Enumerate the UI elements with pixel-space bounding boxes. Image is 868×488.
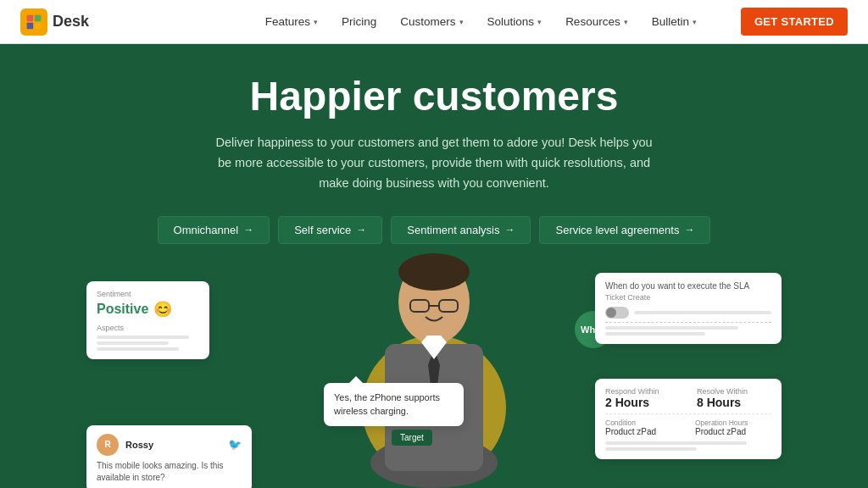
nav-pricing[interactable]: Pricing	[342, 15, 376, 28]
chevron-down-icon: ▾	[314, 18, 318, 26]
aspects-lines	[97, 336, 199, 351]
sla2-lines	[605, 441, 771, 451]
nav-bulletin[interactable]: Bulletin ▾	[652, 15, 697, 28]
line	[605, 326, 738, 330]
navbar: Desk Features ▾ Pricing Customers ▾ Solu…	[0, 0, 868, 44]
nav-links: Features ▾ Pricing Customers ▾ Solutions…	[265, 8, 848, 36]
sentiment-label: Sentiment	[97, 290, 199, 298]
sla-title: When do you want to execute the SLA	[605, 281, 771, 291]
line-3	[97, 347, 179, 351]
sla2-detail-row: Condition Product zPad Operation Hours P…	[605, 419, 771, 436]
rossy-chat-card: R Rossy 🐦 This mobile looks amazing. Is …	[86, 425, 252, 488]
get-started-button[interactable]: GET STARTED	[741, 8, 848, 36]
target-badge: Target	[392, 430, 432, 446]
sla-lines	[605, 326, 771, 336]
content-area: Sentiment Positive 😊 Aspects R Rossy 🐦 T…	[61, 264, 807, 488]
divider	[605, 413, 771, 414]
logo-icon	[20, 8, 47, 36]
sla-toggle-row	[605, 307, 771, 319]
hero-subtitle: Deliver happiness to your customers and …	[214, 133, 654, 194]
chat-text: This mobile looks amazing. Is this avail…	[97, 460, 242, 484]
operation-label: Operation Hours	[695, 419, 771, 427]
speech-bubble-card: Yes, the zPhone supports wireless chargi…	[324, 383, 464, 427]
sla-detail-card: Respond Within 2 Hours Resolve Within 8 …	[595, 379, 782, 459]
toggle-line	[634, 311, 771, 314]
arrow-icon: →	[243, 224, 253, 236]
person-illustration	[341, 217, 527, 488]
resolve-label: Resolve Within	[697, 387, 771, 396]
logo[interactable]: Desk	[20, 8, 89, 36]
line	[605, 447, 697, 451]
respond-value: 2 Hours	[605, 396, 680, 409]
divider	[605, 322, 771, 323]
svg-rect-3	[35, 22, 42, 29]
line	[605, 441, 747, 445]
toggle-knob	[606, 308, 616, 318]
line-2	[97, 341, 169, 345]
resolve-col: Resolve Within 8 Hours	[697, 387, 771, 409]
nav-resources[interactable]: Resources ▾	[565, 15, 628, 28]
condition-label: Condition	[605, 419, 682, 427]
condition-col: Condition Product zPad	[605, 419, 682, 436]
twitter-icon: 🐦	[228, 438, 242, 451]
person-svg	[349, 225, 519, 488]
respond-col: Respond Within 2 Hours	[605, 387, 680, 409]
sentiment-value: Positive	[97, 302, 148, 317]
sla-subtitle: Ticket Create	[605, 293, 771, 302]
sla-card: When do you want to execute the SLA Tick…	[595, 273, 782, 344]
aspects-label: Aspects	[97, 324, 199, 332]
logo-text: Desk	[53, 13, 89, 30]
operation-value: Product zPad	[695, 427, 771, 436]
svg-point-8	[398, 253, 470, 291]
hero-section: Happier customers Deliver happiness to y…	[0, 44, 868, 488]
nav-solutions[interactable]: Solutions ▾	[487, 15, 542, 28]
condition-value: Product zPad	[605, 427, 682, 436]
toggle[interactable]	[605, 307, 629, 319]
smiley-icon: 😊	[153, 300, 172, 319]
resolve-value: 8 Hours	[697, 396, 771, 409]
nav-features[interactable]: Features ▾	[265, 15, 318, 28]
avatar: R	[97, 434, 119, 456]
sla2-top-row: Respond Within 2 Hours Resolve Within 8 …	[605, 387, 771, 409]
tab-sla[interactable]: Service level agreements →	[539, 216, 710, 244]
line	[605, 332, 705, 336]
hero-title: Happier customers	[250, 75, 619, 119]
speech-text: Yes, the zPhone supports wireless chargi…	[334, 391, 453, 419]
line-1	[97, 336, 189, 339]
respond-label: Respond Within	[605, 387, 680, 396]
chevron-down-icon: ▾	[624, 18, 628, 26]
svg-rect-1	[35, 14, 42, 21]
svg-rect-2	[27, 22, 34, 29]
chat-name: Rossy	[125, 440, 153, 450]
sentiment-card: Sentiment Positive 😊 Aspects	[86, 281, 209, 359]
chevron-down-icon: ▾	[459, 18, 464, 26]
arrow-icon: →	[684, 224, 694, 236]
chevron-down-icon: ▾	[693, 18, 697, 26]
tab-omnichannel[interactable]: Omnichannel →	[158, 216, 270, 244]
operation-col: Operation Hours Product zPad	[695, 419, 771, 436]
svg-rect-0	[27, 14, 34, 21]
nav-customers[interactable]: Customers ▾	[400, 15, 463, 28]
chevron-down-icon: ▾	[537, 18, 542, 26]
